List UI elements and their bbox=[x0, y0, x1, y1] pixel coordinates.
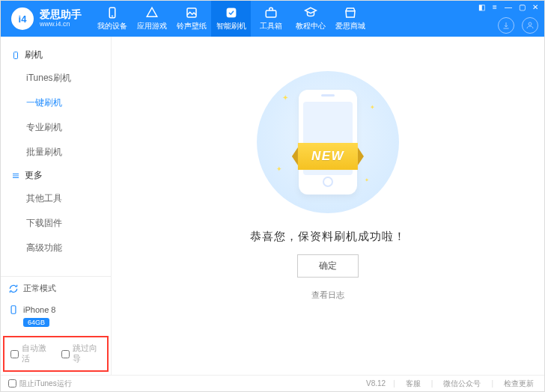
footer-update-link[interactable]: 检查更新 bbox=[501, 379, 537, 389]
device-mode-label: 正常模式 bbox=[23, 283, 56, 294]
nav-flash[interactable]: 智能刷机 bbox=[211, 1, 251, 37]
svg-point-5 bbox=[529, 22, 532, 25]
option-auto-activate[interactable]: 自动激活 bbox=[10, 343, 51, 364]
apps-icon bbox=[145, 6, 159, 19]
minimize-icon[interactable]: — bbox=[502, 2, 514, 11]
svg-rect-6 bbox=[14, 52, 18, 58]
brand: i4 爱思助手 www.i4.cn bbox=[1, 7, 92, 30]
phone-outline-icon bbox=[11, 51, 20, 60]
sidebar-item-batch-flash[interactable]: 批量刷机 bbox=[1, 140, 111, 165]
sidebar: 刷机 iTunes刷机 一键刷机 专业刷机 批量刷机 更多 其他工具 下载固件 … bbox=[1, 37, 112, 375]
nav-toolbox[interactable]: 工具箱 bbox=[251, 1, 290, 37]
skin-icon[interactable]: ◧ bbox=[475, 2, 487, 11]
nav-label: 智能刷机 bbox=[216, 21, 246, 31]
sidebar-group-title: 更多 bbox=[25, 169, 43, 182]
option-label: 跳过向导 bbox=[73, 343, 102, 364]
maximize-icon[interactable]: ▢ bbox=[516, 2, 528, 11]
flash-options-highlight: 自动激活 跳过向导 bbox=[3, 336, 109, 372]
footer-service-link[interactable]: 客服 bbox=[403, 379, 424, 389]
sidebar-item-download-fw[interactable]: 下载固件 bbox=[1, 211, 111, 236]
nav-label: 我的设备 bbox=[97, 21, 127, 31]
block-itunes-option[interactable]: 阻止iTunes运行 bbox=[8, 379, 72, 389]
ok-button[interactable]: 确定 bbox=[297, 254, 359, 278]
svg-rect-4 bbox=[266, 10, 276, 17]
nav-label: 应用游戏 bbox=[137, 21, 167, 31]
skip-guide-checkbox[interactable] bbox=[61, 350, 70, 358]
flash-icon bbox=[225, 6, 238, 19]
version-label: V8.12 bbox=[366, 379, 386, 388]
option-skip-guide[interactable]: 跳过向导 bbox=[61, 343, 102, 364]
header-actions bbox=[498, 17, 538, 34]
sidebar-item-other-tools[interactable]: 其他工具 bbox=[1, 186, 111, 211]
phone-icon bbox=[106, 6, 119, 19]
nav-tutorial[interactable]: 教程中心 bbox=[290, 1, 330, 37]
view-log-link[interactable]: 查看日志 bbox=[311, 290, 344, 301]
nav-ringwall[interactable]: 铃声壁纸 bbox=[171, 1, 211, 37]
menu-icon[interactable]: ≡ bbox=[489, 2, 501, 11]
refresh-icon bbox=[8, 284, 19, 294]
toolbox-icon bbox=[264, 6, 278, 19]
phone-illustration-icon bbox=[299, 90, 357, 195]
store-icon bbox=[344, 6, 357, 19]
success-message: 恭喜您，保资料刷机成功啦！ bbox=[250, 230, 406, 244]
nav-label: 铃声壁纸 bbox=[177, 21, 207, 31]
sidebar-item-itunes-flash[interactable]: iTunes刷机 bbox=[1, 66, 111, 91]
nav-label: 教程中心 bbox=[296, 21, 326, 31]
brand-name: 爱思助手 bbox=[40, 9, 82, 20]
sparkle-icon: ✦ bbox=[282, 94, 288, 102]
footer-wechat-link[interactable]: 微信公众号 bbox=[440, 379, 484, 389]
phone-small-icon bbox=[8, 304, 19, 315]
connected-device[interactable]: iPhone 8 bbox=[1, 300, 111, 316]
storage-badge: 64GB bbox=[23, 318, 49, 327]
svg-rect-3 bbox=[227, 8, 236, 17]
sidebar-item-advanced[interactable]: 高级功能 bbox=[1, 236, 111, 260]
sidebar-group-title: 刷机 bbox=[25, 49, 43, 61]
sparkle-icon: ✦ bbox=[276, 165, 282, 173]
tutorial-icon bbox=[304, 6, 317, 19]
title-bar: i4 爱思助手 www.i4.cn 我的设备 应用游戏 铃声壁纸 智能刷机 bbox=[1, 1, 544, 37]
top-nav: 我的设备 应用游戏 铃声壁纸 智能刷机 工具箱 教程中心 bbox=[92, 1, 370, 37]
device-name: iPhone 8 bbox=[23, 305, 55, 314]
svg-rect-7 bbox=[11, 306, 16, 314]
new-ribbon: NEW bbox=[292, 143, 364, 170]
option-label: 自动激活 bbox=[22, 343, 51, 364]
block-itunes-label: 阻止iTunes运行 bbox=[19, 379, 72, 389]
main-panel: ✦ ✦ ✦ ✦ NEW 恭喜您，保资料刷机成功啦！ 确定 查看日志 bbox=[112, 37, 544, 375]
sparkle-icon: ✦ bbox=[370, 104, 375, 111]
nav-apps[interactable]: 应用游戏 bbox=[132, 1, 171, 37]
nav-devices[interactable]: 我的设备 bbox=[92, 1, 132, 37]
brand-url: www.i4.cn bbox=[40, 21, 82, 28]
window-controls: ◧ ≡ — ▢ ✕ bbox=[475, 2, 541, 11]
nav-store[interactable]: 爱思商城 bbox=[330, 1, 370, 37]
sidebar-group-flash: 刷机 bbox=[1, 44, 111, 66]
close-icon[interactable]: ✕ bbox=[529, 2, 541, 11]
sidebar-group-more: 更多 bbox=[1, 165, 111, 186]
success-illustration: ✦ ✦ ✦ ✦ NEW bbox=[257, 71, 399, 213]
status-bar: 阻止iTunes运行 V8.12 | 客服 | 微信公众号 | 检查更新 bbox=[1, 375, 544, 391]
nav-label: 爱思商城 bbox=[335, 21, 365, 31]
block-itunes-checkbox[interactable] bbox=[8, 379, 16, 388]
device-mode[interactable]: 正常模式 bbox=[1, 277, 111, 300]
auto-activate-checkbox[interactable] bbox=[10, 350, 19, 358]
brand-logo-icon: i4 bbox=[11, 7, 34, 30]
list-icon bbox=[11, 171, 20, 180]
svg-point-1 bbox=[112, 16, 113, 17]
ribbon-text: NEW bbox=[298, 143, 358, 170]
nav-label: 工具箱 bbox=[260, 21, 282, 31]
download-button[interactable] bbox=[498, 17, 514, 34]
sidebar-item-pro-flash[interactable]: 专业刷机 bbox=[1, 115, 111, 140]
sidebar-item-onekey-flash[interactable]: 一键刷机 bbox=[1, 91, 111, 115]
wallpaper-icon bbox=[185, 6, 198, 19]
account-button[interactable] bbox=[522, 17, 538, 34]
svg-rect-2 bbox=[187, 8, 196, 17]
sparkle-icon: ✦ bbox=[365, 177, 369, 183]
